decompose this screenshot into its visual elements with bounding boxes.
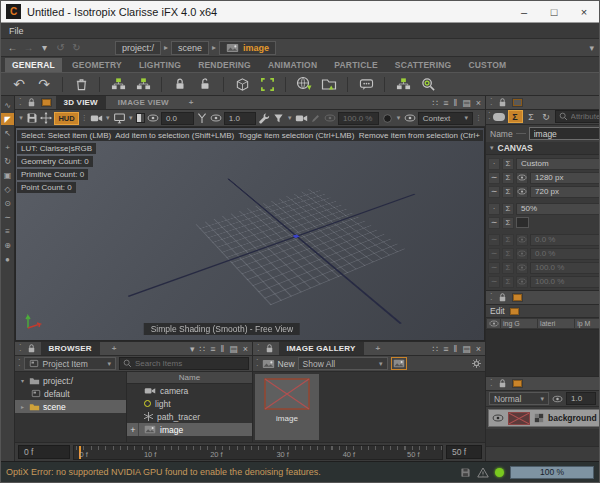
list-item-image[interactable]: + image xyxy=(127,423,252,436)
minimize-button[interactable]: – xyxy=(509,1,539,22)
tab-animation[interactable]: ANIMATION xyxy=(261,58,324,72)
gamma-field[interactable]: 1.0 xyxy=(224,112,257,125)
list-item-path-tracer[interactable]: path_tracer xyxy=(127,410,252,423)
tab-lighting[interactable]: LIGHTING xyxy=(132,58,188,72)
viewport-3d[interactable]: Select: Select item (LMB) Add item to se… xyxy=(15,127,485,341)
add-view-tab-button[interactable]: + xyxy=(181,96,202,109)
exposure-icon[interactable] xyxy=(136,113,145,123)
expression-cell[interactable]: Σ xyxy=(502,158,514,170)
canvas-section-header[interactable]: ▾ CANVAS xyxy=(486,142,600,155)
delete-icon[interactable] xyxy=(71,74,91,94)
lasso-select-tool-icon[interactable]: ↖ xyxy=(1,127,14,139)
tree-item-default[interactable]: default xyxy=(15,387,126,400)
record-icon[interactable] xyxy=(295,111,308,125)
rotate-tool-icon[interactable]: ↻ xyxy=(1,155,14,167)
layer-opacity-field[interactable]: 1.0 xyxy=(566,392,596,405)
panel-lock-icon[interactable] xyxy=(26,97,37,108)
tab-general[interactable]: GENERAL xyxy=(5,58,62,72)
layout-grid-icon[interactable]: ∷ xyxy=(433,344,439,354)
menu-file[interactable]: File xyxy=(9,26,24,36)
panel-lock-icon[interactable] xyxy=(497,292,508,303)
anim-cell[interactable]: · xyxy=(488,158,500,170)
redo-icon[interactable]: ↷ xyxy=(34,74,54,94)
panel-close-icon[interactable]: × xyxy=(476,98,481,108)
scale-tool-icon[interactable]: ▣ xyxy=(1,169,14,181)
comment-icon[interactable] xyxy=(356,74,376,94)
make-instance-icon[interactable] xyxy=(393,74,413,94)
breadcrumb-folder[interactable]: scene xyxy=(171,41,209,55)
maximize-button[interactable]: □ xyxy=(539,1,569,22)
layout-grid-icon[interactable]: ∷ xyxy=(200,344,206,354)
translate-tool-icon[interactable]: + xyxy=(1,141,14,153)
panel-close-icon[interactable]: × xyxy=(243,344,248,354)
thumbnail-view-toggle[interactable] xyxy=(391,357,407,370)
anim-cell[interactable]: ∼ xyxy=(488,172,500,184)
lock-icon[interactable] xyxy=(170,74,190,94)
resolution-percent-dropdown[interactable]: 50%▾ xyxy=(516,203,600,215)
attach-cell[interactable]: + xyxy=(128,423,139,436)
list-item-camera[interactable]: camera xyxy=(127,384,252,397)
view-options-caret-icon[interactable]: ▾ xyxy=(18,114,24,122)
layout-rows-icon[interactable]: ≡ xyxy=(210,344,215,354)
new-context-icon[interactable] xyxy=(108,74,128,94)
anim-cell[interactable]: ∼ xyxy=(488,186,500,198)
visibility-cell[interactable] xyxy=(516,172,528,184)
layout-rows-icon[interactable]: ≡ xyxy=(443,344,448,354)
timeline-ruler[interactable]: 0 f 10 f 20 f 30 f 40 f 50 f xyxy=(73,445,443,460)
panel-grip-icon[interactable]: ⁚ xyxy=(257,344,260,353)
panel-context-icon[interactable] xyxy=(512,293,523,302)
shading-ball-icon[interactable] xyxy=(381,111,393,125)
measure-tool-icon[interactable]: ≡ xyxy=(1,225,14,237)
nav-history-caret-icon[interactable]: ▾ xyxy=(38,42,51,53)
log-icon[interactable] xyxy=(460,467,471,478)
add-expression-icon[interactable]: Σ xyxy=(525,110,538,123)
history-undo-icon[interactable]: ↺ xyxy=(54,42,67,53)
expressions-toggle-button[interactable]: Σ xyxy=(508,110,523,123)
expand-caret-icon[interactable]: ▸ xyxy=(19,403,26,410)
tab-custom[interactable]: CUSTOM xyxy=(461,58,513,72)
tree-item-project[interactable]: ▾ project:/ xyxy=(15,374,126,387)
tab-scattering[interactable]: SCATTERING xyxy=(388,58,459,72)
layout-stack-icon[interactable]: ▤ xyxy=(462,98,471,108)
expression-cell[interactable]: Σ xyxy=(502,217,514,229)
layout-split-icon[interactable]: ‖ xyxy=(221,344,225,354)
layer-visibility-eye-icon[interactable] xyxy=(492,414,504,422)
attribute-search[interactable] xyxy=(555,110,600,123)
layout-stack-icon[interactable]: ▤ xyxy=(229,344,238,354)
gamma-icon[interactable] xyxy=(196,111,208,125)
panel-grip-icon[interactable]: ⁚ xyxy=(19,98,22,107)
unlock-icon[interactable] xyxy=(195,74,215,94)
tab-particle[interactable]: PARTICLE xyxy=(327,58,384,72)
isolate-icon[interactable] xyxy=(232,74,252,94)
new-image-label[interactable]: New xyxy=(278,359,295,369)
list-item-light[interactable]: light xyxy=(127,397,252,410)
annotate-icon[interactable] xyxy=(310,111,322,125)
expression-cell[interactable]: Σ xyxy=(502,172,514,184)
nav-forward-icon[interactable]: → xyxy=(22,42,35,53)
import-reference-icon[interactable] xyxy=(294,74,314,94)
add-gallery-tab-button[interactable]: + xyxy=(368,342,389,355)
region-checkbox[interactable] xyxy=(516,217,529,228)
tab-rendering[interactable]: RENDERING xyxy=(191,58,258,72)
panel-target-icon[interactable] xyxy=(512,98,523,107)
gamma-eye-icon[interactable] xyxy=(210,111,222,125)
shading-layer-list[interactable] xyxy=(486,330,600,376)
save-view-icon[interactable] xyxy=(26,111,38,125)
filter-icon[interactable] xyxy=(273,111,285,125)
layout-split-icon[interactable]: ‖ xyxy=(454,98,458,108)
tab-browser[interactable]: BROWSER xyxy=(41,342,100,355)
panel-grip-icon[interactable]: ⁚ xyxy=(490,379,493,388)
add-browser-tab-button[interactable]: + xyxy=(104,342,125,355)
tab-geometry[interactable]: GEOMETRY xyxy=(65,58,129,72)
panel-grip-icon[interactable]: ⁚ xyxy=(19,344,22,353)
gallery-filter-dropdown[interactable]: Show All ▾ xyxy=(298,357,388,370)
expression-cell[interactable]: Σ xyxy=(502,203,514,215)
panel-context-icon[interactable] xyxy=(41,98,52,107)
new-image-icon[interactable] xyxy=(262,359,275,369)
browser-filter-dropdown[interactable]: Project Item ▾ xyxy=(24,357,116,370)
undo-icon[interactable]: ↶ xyxy=(9,74,29,94)
hud-toggle-button[interactable]: HUD xyxy=(54,112,78,125)
fit-selection-icon[interactable] xyxy=(257,74,277,94)
resolution-x-field[interactable]: 1280 px xyxy=(530,172,600,184)
exposure-eye-icon[interactable] xyxy=(147,111,159,125)
